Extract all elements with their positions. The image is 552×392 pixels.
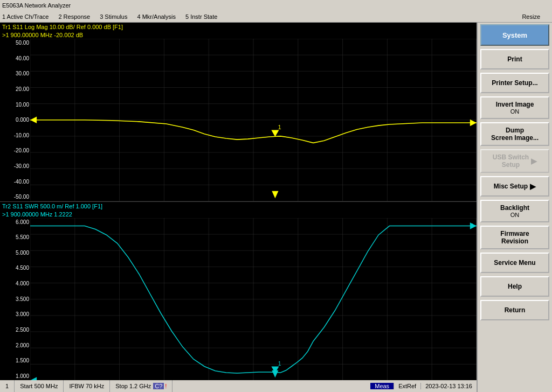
print-button[interactable]: Print	[480, 49, 549, 69]
invert-image-button[interactable]: Invert Image ON	[480, 96, 549, 119]
return-button[interactable]: Return	[480, 300, 549, 320]
statusbar-stop: Stop 1.2 GHz C? !	[110, 380, 172, 392]
statusbar: 1 Start 500 MHz IFBW 70 kHz Stop 1.2 GHz…	[0, 380, 477, 392]
trace1-y-axis: 50.00 40.00 30.00 20.00 10.00 0.000 -10.…	[0, 39, 30, 201]
titlebar: E5063A Network Analyzer	[0, 0, 552, 11]
statusbar-datetime: 2023-02-13 13:16	[420, 383, 477, 389]
trace1-plot: 50.00 40.00 30.00 20.00 10.00 0.000 -10.…	[0, 39, 477, 201]
trace1-header: Tr1 S11 Log Mag 10.00 dB/ Ref 0.000 dB […	[0, 23, 477, 31]
resize-button[interactable]: Resize	[522, 13, 540, 20]
menu-response[interactable]: 2 Response	[58, 13, 90, 20]
statusbar-warn: !	[165, 383, 167, 389]
dump-screen-button[interactable]: Dump Screen Image...	[480, 122, 549, 146]
firmware-revision-button[interactable]: Firmware Revision	[480, 226, 549, 249]
main-layout: Tr1 S11 Log Mag 10.00 dB/ Ref 0.000 dB […	[0, 23, 552, 392]
trace2-marker1-label: 1	[278, 360, 281, 367]
trace2-marker: >1 900.00000 MHz 1.2222	[0, 211, 477, 218]
trace1-marker: >1 900.00000 MHz -20.002 dB	[0, 31, 477, 39]
statusbar-ifbw: IFBW 70 kHz	[64, 380, 110, 392]
statusbar-indicator: C?	[153, 383, 164, 389]
usb-chevron-icon: ▶	[531, 157, 537, 165]
trace1-bottom-marker-icon	[272, 191, 278, 199]
service-menu-button[interactable]: Service Menu	[480, 253, 549, 273]
menu-stimulus[interactable]: 3 Stimulus	[100, 13, 127, 20]
trace1-marker1-label: 1	[278, 124, 281, 130]
printer-setup-button[interactable]: Printer Setup...	[480, 73, 549, 93]
trace1-container: Tr1 S11 Log Mag 10.00 dB/ Ref 0.000 dB […	[0, 23, 477, 202]
trace2-y-axis: 6.000 5.500 5.000 4.500 4.000 3.500 3.00…	[0, 218, 30, 381]
trace2-header: Tr2 S11 SWR 500.0 m/ Ref 1.000 [F1]	[0, 202, 477, 211]
menu-mkr[interactable]: 4 Mkr/Analysis	[137, 13, 176, 20]
misc-chevron-icon: ▶	[530, 182, 536, 191]
trace1-svg-wrap: 1	[30, 39, 477, 201]
statusbar-channel: 1	[0, 380, 15, 392]
help-button[interactable]: Help	[480, 276, 549, 297]
trace2-svg: 1 2	[30, 218, 477, 381]
menu-active-ch[interactable]: 1 Active Ch/Trace	[2, 13, 49, 20]
trace2-left-ref-icon	[30, 377, 37, 380]
trace1-left-ref-icon	[30, 117, 37, 123]
titlebar-label: E5063A Network Analyzer	[2, 2, 71, 9]
trace2-svg-wrap: 1 2	[30, 218, 477, 381]
right-panel: System Print Printer Setup... Invert Ima…	[477, 23, 552, 392]
statusbar-right: Meas ExtRef 2023-02-13 13:16	[370, 383, 477, 389]
trace2-plot: 6.000 5.500 5.000 4.500 4.000 3.500 3.00…	[0, 218, 477, 381]
statusbar-start: Start 500 MHz	[15, 380, 64, 392]
chart-wrapper: Tr1 S11 Log Mag 10.00 dB/ Ref 0.000 dB […	[0, 23, 477, 392]
misc-setup-button[interactable]: Misc Setup ▶	[480, 176, 549, 197]
trace1-marker1-icon	[271, 130, 279, 136]
menu-instr-state[interactable]: 5 Instr State	[185, 13, 217, 20]
statusbar-extref: ExtRef	[394, 383, 420, 389]
trace1-right-ref-icon	[470, 120, 477, 126]
trace2-bottom-marker-icon	[272, 370, 278, 377]
backlight-button[interactable]: Backlight ON	[480, 200, 549, 222]
system-button[interactable]: System	[480, 24, 549, 46]
usb-switch-button[interactable]: USB Switch Setup ▶	[480, 149, 549, 173]
trace1-svg: 1	[30, 39, 477, 201]
statusbar-meas: Meas	[370, 383, 394, 389]
trace2-container: Tr2 S11 SWR 500.0 m/ Ref 1.000 [F1] >1 9…	[0, 202, 477, 381]
menubar: 1 Active Ch/Trace 2 Response 3 Stimulus …	[0, 11, 552, 23]
